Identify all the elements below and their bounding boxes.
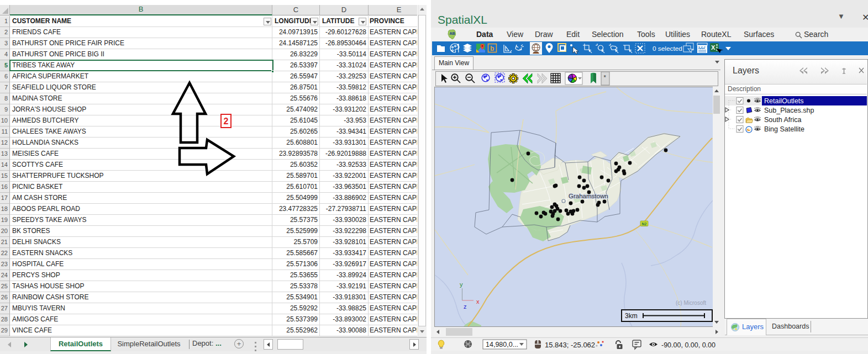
svg-text:Grahamstown: Grahamstown <box>569 193 608 199</box>
svg-text:x: x <box>476 298 480 305</box>
svg-text:3km: 3km <box>625 312 638 320</box>
svg-text:14,980,0...: 14,980,0... <box>486 341 518 348</box>
svg-text:Sub_Places.shp: Sub_Places.shp <box>764 107 814 114</box>
svg-text:-90.00, 0.00, 0.00: -90.00, 0.00, 0.00 <box>661 341 716 349</box>
svg-text:Bing Satellite: Bing Satellite <box>764 125 804 133</box>
svg-text:*: * <box>604 74 607 81</box>
svg-text:z: z <box>464 303 467 310</box>
svg-text:RetailOutlets: RetailOutlets <box>764 97 804 105</box>
svg-text:X: X <box>711 44 716 51</box>
svg-text:y: y <box>460 281 463 288</box>
svg-text:AB: AB <box>450 31 455 35</box>
svg-text:15.843; -25.062: 15.843; -25.062 <box>545 341 595 349</box>
svg-text:0 selected: 0 selected <box>653 45 682 52</box>
svg-text:(c) Microsoft: (c) Microsoft <box>676 300 706 306</box>
svg-text:b: b <box>490 45 494 52</box>
svg-text:South Africa: South Africa <box>764 116 801 124</box>
svg-text:N2: N2 <box>642 222 647 226</box>
